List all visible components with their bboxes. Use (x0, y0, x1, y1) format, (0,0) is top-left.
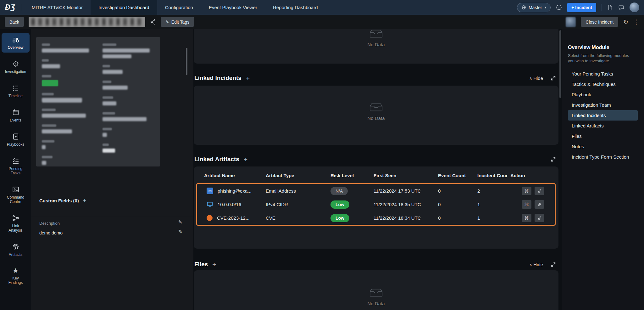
module-item-linked-artifacts[interactable]: Linked Artifacts (568, 121, 638, 131)
incident-fields-card-redacted (36, 37, 160, 166)
add-custom-field-button[interactable]: + (83, 198, 86, 203)
redacted-field (42, 43, 94, 53)
empty-state: No Data (367, 101, 385, 121)
edit-tags-button[interactable]: ✎ Edit Tags (161, 17, 194, 27)
d3-logo: ĐƷ (0, 3, 22, 12)
severity-badge (42, 80, 58, 86)
refresh-icon[interactable]: ↻ (623, 19, 628, 25)
link-nodes-icon (12, 214, 19, 222)
ip-artifact-icon (207, 201, 213, 208)
star-icon: ★ (13, 267, 19, 274)
rail-item-pending-tasks[interactable]: Pending Tasks (2, 154, 30, 178)
module-item-incident-type-form-section[interactable]: Incident Type Form Section (568, 152, 638, 162)
redacted-field (42, 59, 94, 68)
tab-event-playbook-viewer[interactable]: Event Playbook Viewer (201, 0, 265, 15)
first-seen: 11/22/2024 18:35 UTC (374, 202, 438, 207)
toolbar-right-cluster: Close Incident ↻ ⋮ (566, 17, 639, 27)
module-item-investigation-team[interactable]: Investigation Team (568, 100, 638, 110)
close-incident-button[interactable]: Close Incident (581, 17, 618, 27)
run-command-button[interactable]: ⌘ (522, 200, 531, 209)
document-icon[interactable] (607, 4, 613, 10)
master-dropdown[interactable]: Master ▾ (517, 3, 551, 12)
run-command-button[interactable]: ⌘ (522, 187, 531, 195)
rail-item-key-findings[interactable]: ★ Key Findings (2, 264, 30, 288)
hide-files-button[interactable]: ∧ Hide (529, 262, 543, 267)
expand-linked-incidents-icon[interactable] (551, 76, 556, 81)
hide-linked-incidents-button[interactable]: ∧ Hide (529, 76, 543, 81)
master-label: Master (529, 5, 542, 10)
unlink-artifact-button[interactable] (535, 187, 544, 195)
rail-item-events[interactable]: Events (2, 106, 30, 125)
tab-mitre-attack-monitor[interactable]: MITRE ATT&CK Monitor (24, 0, 91, 15)
unlink-artifact-button[interactable] (535, 200, 544, 209)
rail-item-playbooks[interactable]: Playbooks (2, 130, 30, 149)
caret-down-icon: ▾ (545, 5, 547, 9)
edit-description-text-icon[interactable]: ✎ (178, 229, 182, 234)
col-risk-level: Risk Level (330, 173, 374, 178)
col-artifact-name: Artifact Name (194, 173, 266, 178)
user-avatar[interactable] (630, 3, 639, 12)
tab-configuration[interactable]: Configuration (157, 0, 201, 15)
rail-item-artifacts[interactable]: Artifacts (2, 240, 30, 260)
investigation-team-section-partial: No Data (194, 29, 558, 64)
artifact-row-email[interactable]: ✉ phishing@exa... Email Address N/A 11/2… (197, 184, 555, 198)
artifact-name: phishing@exa... (218, 188, 252, 194)
add-linked-incident-button[interactable]: + (246, 75, 250, 82)
artifact-type: Email Address (266, 188, 330, 194)
linked-artifacts-title: Linked Artifacts (194, 156, 239, 163)
tab-investigation-dashboard[interactable]: Investigation Dashboard (91, 0, 157, 15)
globe-icon (521, 5, 526, 10)
rail-item-command-centre[interactable]: Command Centre (2, 183, 30, 207)
artifact-row-cve[interactable]: CVE-2023-12... CVE Low 11/22/2024 18:34 … (197, 211, 555, 225)
artifact-name: CVE-2023-12... (217, 215, 249, 221)
rail-item-overview[interactable]: Overview (2, 33, 30, 53)
linked-incidents-section: No Data (194, 86, 558, 145)
module-item-linked-incidents[interactable]: Linked Incidents (568, 110, 638, 121)
main-scrollbar-thumb[interactable] (559, 30, 561, 98)
redacted-field (103, 65, 154, 74)
module-item-playbook[interactable]: Playbook (568, 89, 638, 100)
incident-toolbar: Back ✎ Edit Tags Close Incident ↻ ⋮ (0, 15, 644, 29)
crosshair-icon (12, 60, 19, 68)
expand-files-icon[interactable] (551, 262, 556, 267)
rail-item-investigation[interactable]: Investigation (2, 57, 30, 77)
event-count: 0 (438, 188, 477, 194)
add-file-button[interactable]: + (212, 261, 216, 268)
no-data-icon (367, 101, 385, 113)
module-item-your-pending-tasks[interactable]: Your Pending Tasks (568, 69, 638, 79)
module-item-files[interactable]: Files (568, 131, 638, 141)
share-icon[interactable] (150, 19, 156, 25)
module-item-tactics-techniques[interactable]: Tactics & Techniques (568, 79, 638, 89)
rail-item-link-analysis[interactable]: Link Analysis (2, 211, 30, 235)
add-incident-button[interactable]: + Incident (567, 3, 596, 12)
link-icon (537, 189, 542, 193)
info-icon[interactable] (556, 4, 562, 10)
artifacts-highlight-box: ✉ phishing@exa... Email Address N/A 11/2… (196, 183, 556, 226)
run-command-button[interactable]: ⌘ (522, 214, 531, 222)
risk-badge: N/A (330, 187, 348, 195)
rail-item-timeline[interactable]: Timeline (2, 82, 30, 101)
redacted-field (103, 81, 154, 90)
kebab-menu-icon[interactable]: ⋮ (633, 19, 639, 25)
chat-icon[interactable] (618, 4, 624, 10)
timeline-icon (12, 84, 19, 92)
expand-linked-artifacts-icon[interactable] (551, 157, 556, 162)
custom-fields-row: Custom Fields (0) + (39, 198, 86, 203)
add-linked-artifact-button[interactable]: + (244, 156, 247, 163)
edit-description-icon[interactable]: ✎ (178, 220, 182, 224)
redacted-field (103, 128, 154, 137)
module-item-notes[interactable]: Notes (568, 141, 638, 152)
card-scrollbar[interactable] (186, 48, 187, 75)
files-header: Files + ∧ Hide (194, 259, 556, 270)
back-button[interactable]: Back (5, 17, 24, 27)
checklist-icon (12, 157, 19, 165)
files-title: Files (194, 261, 208, 268)
incident-count: 2 (477, 188, 510, 194)
unlink-artifact-button[interactable] (535, 214, 544, 222)
artifact-row-ip[interactable]: 10.0.0.0/16 IPv4 CIDR Low 11/22/2024 18:… (197, 198, 555, 211)
redacted-field (103, 96, 154, 105)
tab-reporting-dashboard[interactable]: Reporting Dashboard (265, 0, 326, 15)
custom-fields-label: Custom Fields (0) (39, 198, 79, 203)
nav-divider (22, 4, 22, 11)
edit-tags-label: Edit Tags (171, 20, 189, 25)
